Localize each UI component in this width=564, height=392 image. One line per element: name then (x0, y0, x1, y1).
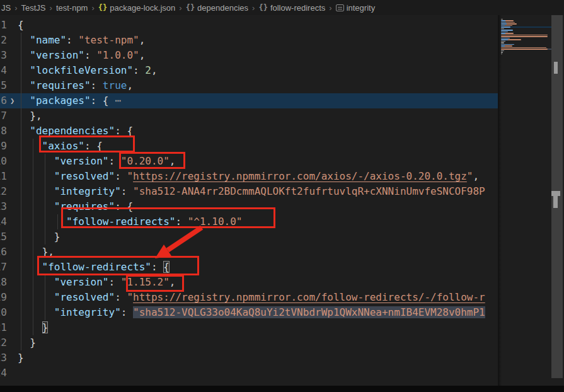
breadcrumb-separator: › (179, 3, 181, 13)
vertical-scrollbar[interactable] (551, 15, 563, 378)
breadcrumb-separator: › (14, 3, 17, 13)
breadcrumb-separator: › (50, 3, 52, 13)
fold-column (7, 169, 18, 184)
line-number[interactable]: 20 (0, 305, 7, 320)
fold-column (7, 33, 18, 48)
line-number[interactable]: 3 (0, 48, 7, 63)
code-line-9[interactable]: 9 "axios": { (0, 139, 498, 154)
line-number[interactable]: 14 (0, 214, 7, 229)
minimap-line (501, 44, 551, 45)
line-number[interactable]: 10 (0, 154, 7, 169)
code-line-5[interactable]: 5 "requires": true, (0, 78, 498, 93)
fold-column (7, 154, 18, 169)
line-number[interactable]: 15 (0, 229, 7, 245)
code-text: "packages": { ⋯ (18, 93, 121, 108)
code-line-2[interactable]: 2 "name": "test-npm", (0, 33, 498, 48)
minimap[interactable] (498, 15, 551, 386)
code-text: "dependencies": { (18, 124, 133, 139)
code-line-17[interactable]: 17 "follow-redirects": { (0, 260, 498, 275)
code-line-4[interactable]: 4 "lockfileVersion": 2, (0, 63, 498, 78)
code-line-22[interactable]: 22 } (0, 335, 498, 350)
line-number[interactable]: 16 (0, 245, 7, 260)
code-text: "requires": { (18, 199, 133, 214)
line-number[interactable]: 21 (0, 320, 7, 335)
fold-column (7, 260, 18, 275)
code-text: } (18, 350, 24, 366)
minimap-line (501, 52, 551, 52)
minimap-line (501, 41, 551, 42)
code-line-15[interactable]: 15 } (0, 229, 498, 245)
code-line-11[interactable]: 11 "resolved": "https://registry.npmmirr… (0, 169, 498, 184)
minimap-code (498, 19, 551, 55)
code-line-16[interactable]: 16 }, (0, 245, 498, 260)
breadcrumb-item-dependencies[interactable]: {}dependencies (186, 3, 248, 13)
code-text: "name": "test-npm", (18, 33, 145, 48)
minimap-line (501, 45, 551, 46)
code-line-24[interactable]: 24 (0, 366, 498, 381)
line-number[interactable]: 17 (0, 260, 7, 275)
breadcrumb-item-test-npm[interactable]: test-npm (56, 3, 88, 13)
line-number[interactable]: 7 (0, 108, 7, 124)
line-number[interactable]: 11 (0, 169, 7, 184)
line-number[interactable]: 4 (0, 63, 7, 78)
fold-column (7, 335, 18, 350)
fold-column (7, 350, 18, 366)
code-line-21[interactable]: 21 } (0, 320, 498, 335)
editor[interactable]: 1{2 "name": "test-npm",3 "version": "1.0… (0, 15, 498, 386)
minimap-line (501, 49, 551, 49)
code-text: } (18, 335, 36, 350)
code-line-3[interactable]: 3 "version": "1.0.0", (0, 48, 498, 63)
line-number[interactable]: 5 (0, 78, 7, 93)
code-line-14[interactable]: 14 "follow-redirects": "^1.10.0" (0, 214, 498, 229)
scrollbar-decoration (551, 191, 560, 196)
line-number[interactable]: 22 (0, 335, 7, 350)
symbol-field-icon (336, 4, 344, 11)
breadcrumb-item-package-lock-json[interactable]: {}package-lock.json (98, 3, 176, 13)
line-number[interactable]: 13 (0, 199, 7, 214)
code-line-20[interactable]: 20 "integrity": "sha512-VQLG33o04KaQ8uYi… (0, 305, 498, 320)
line-number[interactable]: 6 (0, 93, 7, 108)
minimap-line (501, 39, 551, 40)
line-number[interactable]: 23 (0, 350, 7, 366)
bottom-edge (0, 386, 564, 392)
code-line-19[interactable]: 19 "resolved": "https://registry.npmmirr… (0, 290, 498, 305)
symbol-object-icon: {} (258, 3, 267, 12)
breadcrumb-label: follow-redirects (270, 3, 325, 13)
breadcrumb-item-js[interactable]: JS (1, 3, 11, 13)
line-number[interactable]: 1 (0, 18, 7, 33)
breadcrumb-item-follow-redirects[interactable]: {}follow-redirects (258, 3, 325, 13)
fold-column (7, 305, 18, 320)
code-line-6[interactable]: 6❯ "packages": { ⋯ (0, 93, 498, 108)
minimap-line (501, 42, 551, 43)
code-line-18[interactable]: 18 "version": "1.15.2", (0, 275, 498, 290)
code-line-10[interactable]: 10 "version": "0.20.0", (0, 154, 498, 169)
minimap-line (501, 28, 551, 29)
symbol-object-icon: {} (186, 3, 195, 12)
line-number[interactable]: 19 (0, 290, 7, 305)
breadcrumb-label: integrity (347, 3, 376, 13)
code-line-1[interactable]: 1{ (0, 18, 498, 33)
line-number[interactable]: 2 (0, 33, 7, 48)
fold-column (7, 245, 18, 260)
code-text: } (18, 320, 48, 335)
fold-chevron-icon[interactable]: ❯ (7, 93, 18, 108)
minimap-line (501, 50, 551, 51)
line-number[interactable]: 8 (0, 124, 7, 139)
code-text: }, (18, 245, 54, 260)
code-line-13[interactable]: 13 "requires": { (0, 199, 498, 214)
breadcrumb-item-testjs[interactable]: TestJS (21, 3, 46, 13)
line-number[interactable]: 24 (0, 366, 7, 381)
breadcrumb-separator: › (252, 3, 255, 13)
fold-column (7, 139, 18, 154)
line-number[interactable]: 12 (0, 184, 7, 199)
code-text: }, (18, 108, 42, 124)
code-line-23[interactable]: 23} (0, 350, 498, 366)
code-line-8[interactable]: 8 "dependencies": { (0, 124, 498, 139)
breadcrumb-item-integrity[interactable]: integrity (336, 3, 376, 13)
code-line-12[interactable]: 12 "integrity": "sha512-ANA4rr2BDcmmAQLO… (0, 184, 498, 199)
code-text: "integrity": "sha512-VQLG33o04KaQ8uYi2tV… (18, 305, 485, 320)
line-number[interactable]: 18 (0, 275, 7, 290)
code-line-7[interactable]: 7 }, (0, 108, 498, 124)
line-number[interactable]: 9 (0, 139, 7, 154)
fold-column (7, 63, 18, 78)
